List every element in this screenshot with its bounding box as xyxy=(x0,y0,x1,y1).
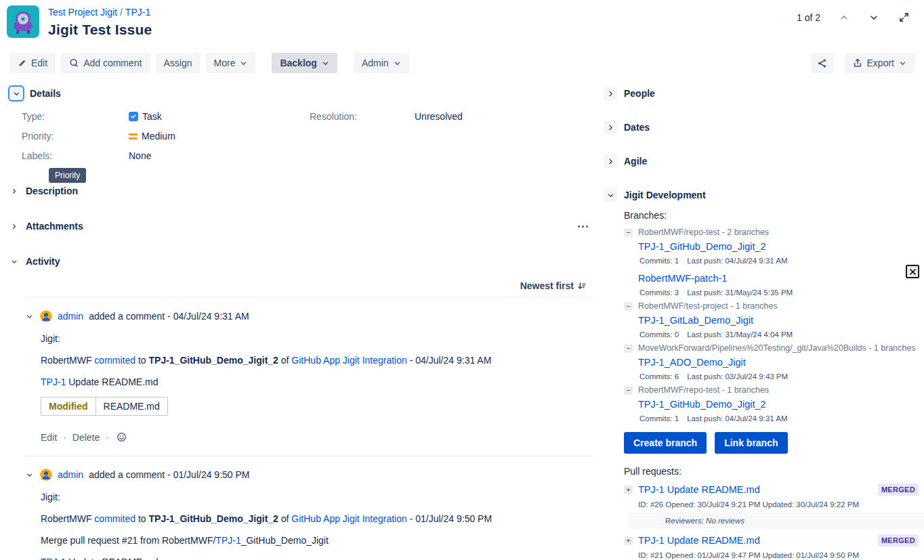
jira-issue-page: { "header": { "breadcrumb": { "project":… xyxy=(0,0,924,560)
close-button[interactable] xyxy=(906,265,919,278)
link-branch-button[interactable]: Link branch xyxy=(715,432,787,454)
sort-descending-icon xyxy=(577,281,587,290)
expand-fullscreen-button[interactable] xyxy=(898,11,910,24)
comment-edit-link[interactable]: Edit xyxy=(41,432,57,443)
expand-description-button[interactable] xyxy=(9,186,19,196)
priority-label: Priority: xyxy=(22,131,129,142)
assign-button[interactable]: Assign xyxy=(156,53,201,73)
export-button[interactable]: Export xyxy=(845,53,915,73)
branch-link[interactable]: TPJ-1_ADO_Demo_Jigit xyxy=(638,357,746,368)
comment-bubble-icon xyxy=(69,58,79,68)
commit-user: RobertMWF xyxy=(41,513,91,524)
branch-link[interactable]: TPJ-1_GitLab_Demo_Jigit xyxy=(638,315,753,326)
expand-section-button[interactable] xyxy=(604,121,617,134)
commit-time: - 01/Jul/24 9:50 PM xyxy=(410,513,492,524)
expand-attachments-button[interactable] xyxy=(9,221,19,232)
labels-value: None xyxy=(129,150,310,161)
pr-reviewers-value: No reviews xyxy=(706,517,744,525)
collapse-comment-button[interactable] xyxy=(24,311,35,322)
breadcrumb-issue-link[interactable]: TPJ-1 xyxy=(125,7,150,18)
chevron-right-icon xyxy=(11,188,18,195)
issue-main-column: Details Type: Task Resolution: Unresolve… xyxy=(0,87,593,560)
comment-delete-link[interactable]: Delete xyxy=(72,432,100,443)
collapse-activity-button[interactable] xyxy=(9,257,19,267)
comment: admin added a comment - 01/Jul/24 9:50 P… xyxy=(24,456,593,560)
resolution-label: Resolution: xyxy=(310,111,415,122)
next-issue-button[interactable] xyxy=(868,12,880,24)
breadcrumb-separator: / xyxy=(120,7,123,18)
collapse-repo-icon[interactable]: − xyxy=(624,386,633,395)
issue-key-link[interactable]: TPJ-1 xyxy=(41,557,66,560)
changed-files-table: Modified README.md xyxy=(41,397,168,416)
development-section-header: Jigit Development xyxy=(604,188,924,202)
issue-toolbar: Edit Add comment Assign More Backlog Adm… xyxy=(0,53,924,73)
commit-link[interactable]: commited xyxy=(94,513,135,524)
issue-key-link[interactable]: TPJ-1 xyxy=(41,376,66,387)
commit-link[interactable]: commited xyxy=(94,355,135,366)
comment: admin added a comment - 04/Jul/24 9:31 A… xyxy=(24,298,593,456)
branch-link[interactable]: RobertMWF-patch-1 xyxy=(638,273,727,284)
development-heading: Jigit Development xyxy=(624,190,706,200)
description-section-header: Description xyxy=(9,186,593,196)
more-button[interactable]: More xyxy=(206,53,256,73)
details-heading: Details xyxy=(30,88,61,99)
comment-commit-line: RobertMWF commited to TPJ-1_GitHub_Demo_… xyxy=(41,355,593,366)
pull-request-link[interactable]: TPJ-1 Update README.md xyxy=(638,484,760,495)
pull-request-link[interactable]: TPJ-1 Update README.md xyxy=(638,535,760,546)
commit-time: - 04/Jul/24 9:31 AM xyxy=(410,355,492,366)
chevron-right-icon xyxy=(607,124,614,131)
branch-link[interactable]: TPJ-1_GitHub_Demo_Jigit_2 xyxy=(638,399,766,410)
comment-author-link[interactable]: admin xyxy=(58,311,83,322)
expand-pr-icon[interactable]: + xyxy=(624,486,633,494)
breadcrumb: Test Project Jigit/TPJ-1 xyxy=(48,7,152,18)
sort-order-control[interactable]: Newest first xyxy=(520,280,587,297)
add-comment-button[interactable]: Add comment xyxy=(61,53,150,73)
expand-pr-icon[interactable]: + xyxy=(624,536,633,545)
chevron-down-icon xyxy=(607,192,614,199)
chevron-down-icon xyxy=(26,471,33,479)
edit-button[interactable]: Edit xyxy=(9,53,56,73)
collapse-repo-icon[interactable]: − xyxy=(624,344,633,353)
details-section-header: Details xyxy=(9,87,593,100)
chevron-down-icon xyxy=(11,258,18,265)
add-reaction-icon[interactable] xyxy=(115,431,128,444)
branches-list: − RobertMWF/repo-test - 2 branches TPJ-1… xyxy=(624,228,924,423)
branch-item: TPJ-1_GitHub_Demo_Jigit_2 Commits: 1 Las… xyxy=(638,237,924,265)
collapse-development-button[interactable] xyxy=(604,188,617,202)
expand-icon xyxy=(899,12,909,22)
expand-section-button[interactable] xyxy=(604,154,617,168)
chevron-down-icon xyxy=(13,90,20,98)
expand-section-button[interactable] xyxy=(604,87,617,100)
repository-name: RobertMWF/repo-test - 1 branches xyxy=(638,385,769,395)
admin-button[interactable]: Admin xyxy=(354,53,409,73)
breadcrumb-project-link[interactable]: Test Project Jigit xyxy=(48,7,117,18)
sidebar-section-header: Agile xyxy=(604,154,924,168)
pull-requests-label: Pull requests: xyxy=(624,466,924,477)
chevron-up-icon xyxy=(839,13,849,22)
commit-repo-link[interactable]: GitHub App Jigit Integration xyxy=(291,513,406,524)
create-branch-button[interactable]: Create branch xyxy=(624,432,707,454)
collapse-repo-icon[interactable]: − xyxy=(624,302,633,311)
commit-repo-link[interactable]: GitHub App Jigit Integration xyxy=(291,355,406,366)
backlog-status-button[interactable]: Backlog xyxy=(272,53,337,73)
attachments-heading: Attachments xyxy=(26,221,83,232)
commit-branch-name: TPJ-1_GitHub_Demo_Jigit_2 xyxy=(149,513,278,524)
file-status: Modified xyxy=(41,397,96,415)
activity-heading: Activity xyxy=(26,256,60,267)
repository-group: − RobertMWF/repo-test - 2 branches TPJ-1… xyxy=(624,228,924,297)
comment-author-link[interactable]: admin xyxy=(58,469,83,480)
previous-issue-button[interactable] xyxy=(838,12,850,24)
pull-request-item: + TPJ-1 Update README.md MERGED ID: #26 … xyxy=(624,483,924,529)
attachments-more-options-icon[interactable] xyxy=(575,223,591,230)
collapse-details-button[interactable] xyxy=(9,87,23,100)
branch-commits: Commits: 3 xyxy=(639,288,679,297)
chevron-down-icon xyxy=(869,13,879,22)
merge-branch-link[interactable]: TPJ-1 xyxy=(215,535,240,546)
repository-group: − RobertMWF/repo-test - 1 branches TPJ-1… xyxy=(624,385,924,423)
alien-project-icon xyxy=(7,5,39,38)
share-button[interactable] xyxy=(811,53,834,73)
collapse-comment-button[interactable] xyxy=(24,470,35,480)
collapse-repo-icon[interactable]: − xyxy=(624,228,633,237)
branch-link[interactable]: TPJ-1_GitHub_Demo_Jigit_2 xyxy=(638,241,766,252)
repository-name: MoveWorkForward/Pipelines%20Testing/_git… xyxy=(638,343,916,353)
